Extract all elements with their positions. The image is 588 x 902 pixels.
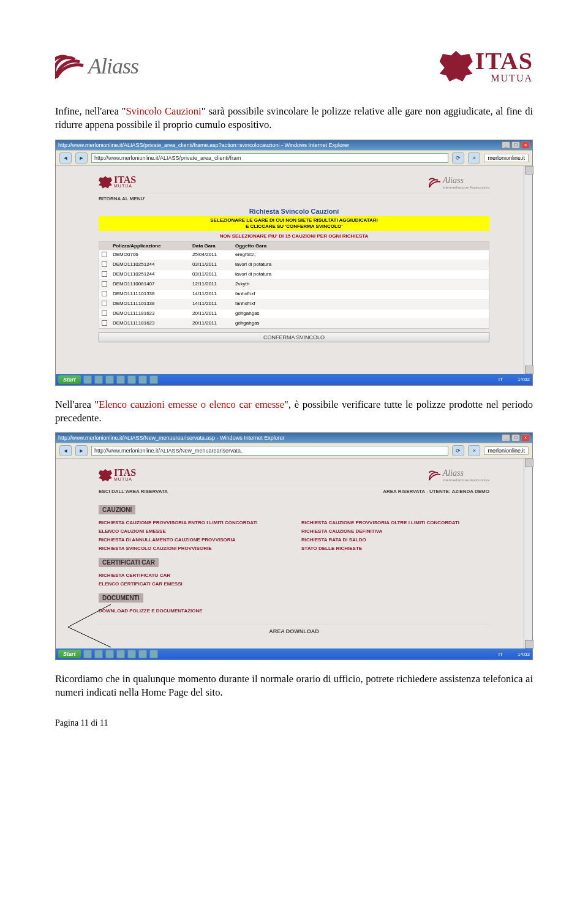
quicklaunch-icon[interactable] — [83, 650, 92, 658]
quicklaunch-icon[interactable] — [138, 650, 147, 658]
back-button[interactable]: ◄ — [59, 152, 72, 163]
quicklaunch-icon[interactable] — [105, 375, 114, 384]
menu-link[interactable]: RICHIESTA CAUZIONE DEFINITIVA — [301, 528, 489, 534]
row-checkbox[interactable] — [102, 261, 107, 267]
menu-link[interactable]: RICHIESTA RATA DI SALDO — [301, 537, 489, 543]
row-checkbox[interactable] — [102, 320, 107, 326]
browser-address-bar: ◄ ► http://www.merlonionline.it/ALIASS/p… — [56, 150, 532, 166]
yellow-line1: SELEZIONARE LE GARE DI CUI NON SIETE RIS… — [99, 217, 489, 224]
quicklaunch-icon[interactable] — [94, 650, 103, 658]
cell-obj: lavori di potatura — [233, 260, 489, 269]
minimize-button[interactable]: _ — [502, 434, 510, 442]
window-titlebar: http://www.merlonionline.it/ALIASS/New_m… — [56, 433, 532, 443]
close-button[interactable]: × — [521, 434, 530, 442]
quicklaunch-icon[interactable] — [149, 650, 158, 658]
table-row: DEMO111025124403/11/2011lavori di potatu… — [99, 269, 489, 279]
row-checkbox[interactable] — [102, 252, 107, 257]
mini-aliass-logo: Aliass Intermediazione Assicurativa — [429, 176, 489, 189]
stop-button[interactable]: × — [468, 152, 480, 163]
url-input[interactable]: http://www.merlonionline.it/ALIASS/priva… — [91, 153, 448, 163]
window-buttons: _ □ × — [502, 434, 530, 442]
scrollbar[interactable] — [524, 459, 532, 648]
language-indicator[interactable]: IT — [499, 377, 503, 382]
section-documenti: DOCUMENTI — [99, 593, 143, 603]
table-row: DEMO111110133814/11/2011fanhxfhxf — [99, 299, 489, 309]
browser-tab[interactable]: merlonionline.it — [484, 446, 529, 455]
cell-pol: DEMO1110251244 — [110, 270, 190, 279]
table-row: DEMO070625/04/2011eregftd1\; — [99, 250, 489, 260]
cell-obj: gdhgahgas — [233, 309, 489, 318]
col-oggetto: Oggetto Gara — [233, 242, 489, 250]
menu-link-elenco-emesse[interactable]: ELENCO CAUZIONI EMESSE — [99, 528, 287, 534]
back-button[interactable]: ◄ — [59, 445, 72, 456]
row-checkbox[interactable] — [102, 301, 107, 306]
cell-pol: DEMO1110251244 — [110, 260, 190, 269]
back-to-menu-link[interactable]: RITORNA AL MENU' — [99, 196, 489, 201]
menu-link[interactable]: RICHIESTA DI ANNULLAMENTO CAUZIONE PROVV… — [99, 537, 287, 543]
menu-link[interactable]: RICHIESTA CERTIFICATO CAR — [99, 573, 287, 578]
cell-pol: DEMO1110061407 — [110, 280, 190, 289]
site-header: ITAS MUTUA Aliass Intermediazione Assicu… — [99, 465, 489, 486]
row-checkbox[interactable] — [102, 281, 107, 287]
stop-button[interactable]: × — [468, 445, 480, 456]
maximize-button[interactable]: □ — [511, 141, 520, 149]
window-title: http://www.merlonionline.it/ALIASS/New_m… — [58, 435, 285, 441]
close-button[interactable]: × — [521, 141, 530, 149]
area-download-label: AREA DOWNLOAD — [99, 624, 489, 634]
conferma-svincolo-button[interactable]: CONFERMA SVINCOLO — [99, 333, 489, 342]
row-checkbox[interactable] — [102, 271, 107, 277]
mini-aliass-sub: Intermediazione Assicurativa — [443, 186, 489, 189]
scrollbar[interactable] — [524, 166, 532, 374]
refresh-button[interactable]: ⟳ — [452, 445, 464, 456]
yellow-instruction-band: SELEZIONARE LE GARE DI CUI NON SIETE RIS… — [99, 216, 489, 231]
menu-link[interactable]: RICHIESTA CAUZIONE PROVVISORIA OLTRE I L… — [301, 520, 489, 525]
start-button[interactable]: Start — [58, 375, 81, 384]
quicklaunch-icon[interactable] — [127, 650, 136, 658]
screenshot-svincolo: http://www.merlonionline.it/ALIASS/priva… — [55, 140, 533, 386]
mini-aliass-text: Aliass — [443, 468, 489, 478]
forward-button[interactable]: ► — [75, 152, 88, 163]
quicklaunch-icon[interactable] — [116, 650, 125, 658]
cell-date: 12/11/2011 — [190, 280, 233, 289]
mini-aliass-text: Aliass — [443, 176, 489, 186]
menu-link[interactable]: DOWNLOAD POLIZZE E DOCUMENTAZIONE — [99, 608, 287, 614]
quicklaunch-icon[interactable] — [138, 375, 147, 384]
quicklaunch-icon[interactable] — [127, 375, 136, 384]
menu-link-elenco-car[interactable]: ELENCO CERTIFICATI CAR EMESSI — [99, 581, 287, 587]
site-header: ITAS MUTUA Aliass Intermediazione Assicu… — [99, 172, 489, 194]
clock: 14:03 — [518, 652, 530, 657]
menu-link[interactable]: RICHIESTA CAUZIONE PROVVISORIA ENTRO I L… — [99, 520, 287, 525]
mini-itas-text: ITAS — [114, 469, 136, 477]
page-content: ITAS MUTUA Aliass Intermediazione Assicu… — [56, 166, 532, 374]
refresh-button[interactable]: ⟳ — [452, 152, 464, 163]
mini-aliass-logo: Aliass Intermediazione Assicurativa — [429, 468, 489, 482]
row-checkbox[interactable] — [102, 291, 107, 296]
quicklaunch-icon[interactable] — [83, 375, 92, 384]
system-tray: IT 14:03 — [499, 652, 530, 657]
para1-t1: Infine, nell'area " — [55, 105, 126, 117]
row-checkbox[interactable] — [102, 310, 107, 316]
quicklaunch-icon[interactable] — [149, 375, 158, 384]
paragraph-assistenza: Ricordiamo che in qualunque momento dura… — [55, 672, 533, 700]
menu-link[interactable]: STATO DELLE RICHIESTE — [301, 546, 489, 551]
exit-link[interactable]: ESCI DALL'AREA RISERVATA — [99, 489, 168, 494]
maximize-button[interactable]: □ — [511, 434, 520, 442]
mini-itas-text: ITAS — [114, 176, 136, 184]
taskbar: Start IT 14:03 — [56, 648, 532, 660]
quicklaunch-icon[interactable] — [105, 650, 114, 658]
minimize-button[interactable]: _ — [502, 141, 510, 149]
clock: 14:02 — [518, 377, 530, 382]
forward-button[interactable]: ► — [75, 445, 88, 456]
menu-link[interactable]: RICHIESTA SVINCOLO CAUZIONI PROVVISORIE — [99, 546, 287, 551]
window-titlebar: http://www.merlonionline.it/ALIASS/priva… — [56, 140, 532, 150]
quicklaunch-icon[interactable] — [116, 375, 125, 384]
table-header: Polizza/Applicazione Data Gara Oggetto G… — [99, 242, 489, 250]
quicklaunch-icon[interactable] — [94, 375, 103, 384]
start-button[interactable]: Start — [58, 650, 81, 658]
page-content: ITAS MUTUA Aliass Intermediazione Assicu… — [56, 459, 532, 648]
browser-tab[interactable]: merlonionline.it — [484, 154, 529, 162]
cell-obj: lavori di potatura — [233, 270, 489, 279]
url-input[interactable]: http://www.merlonionline.it/ALIASS/New_m… — [91, 446, 448, 456]
window-buttons: _ □ × — [502, 141, 530, 149]
language-indicator[interactable]: IT — [499, 652, 503, 657]
